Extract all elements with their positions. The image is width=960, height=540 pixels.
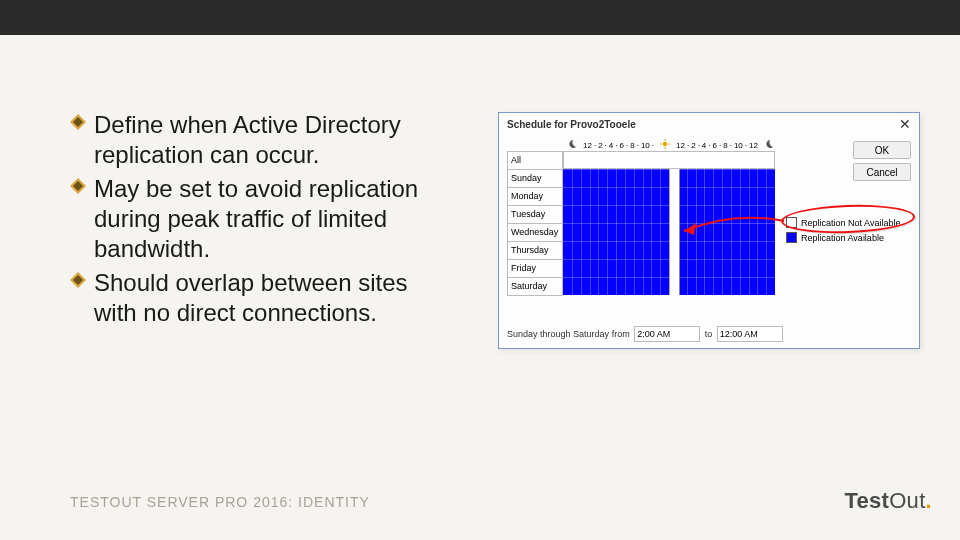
hour-tick: · (615, 141, 617, 150)
selection-caption: Sunday through Saturday from to (507, 326, 785, 342)
bullet-text: Should overlap between sites with no dir… (94, 269, 408, 326)
hour-tick: · (637, 141, 639, 150)
hour-tick: 8 (630, 141, 634, 150)
day-label[interactable]: Saturday (507, 277, 563, 296)
bullet-list: Define when Active Directory replication… (70, 110, 450, 332)
schedule-dialog: Schedule for Provo2Tooele ✕ OK Cancel Re… (498, 112, 920, 349)
hour-tick: · (605, 141, 607, 150)
schedule-grid: 12·2·4·6·8·10·12·2·4·6·8·10·12 AllSunday… (507, 139, 775, 296)
hour-tick: 2 (598, 141, 602, 150)
bullet-item: Should overlap between sites with no dir… (70, 268, 450, 328)
hour-tick: · (745, 141, 747, 150)
bullet-text: May be set to avoid replication during p… (94, 175, 418, 262)
bullet-item: May be set to avoid replication during p… (70, 174, 450, 264)
svg-point-6 (663, 142, 667, 146)
hour-tick: 8 (723, 141, 727, 150)
day-label[interactable]: Wednesday (507, 223, 563, 241)
hour-tick: 4 (702, 141, 706, 150)
day-axis: AllSundayMondayTuesdayWednesdayThursdayF… (507, 151, 563, 296)
time-to-input[interactable] (717, 326, 783, 342)
hour-axis: 12·2·4·6·8·10·12·2·4·6·8·10·12 (563, 139, 775, 151)
hour-tick: · (626, 141, 628, 150)
moon-icon (764, 139, 774, 151)
hour-tick: 6 (713, 141, 717, 150)
day-label[interactable]: All (507, 151, 563, 169)
hour-tick: 10 (641, 141, 650, 150)
footer-text: TESTOUT SERVER PRO 2016: IDENTITY (70, 494, 370, 510)
dialog-title: Schedule for Provo2Tooele (499, 113, 919, 133)
diamond-icon (70, 178, 86, 194)
hour-tick: 4 (609, 141, 613, 150)
hour-tick: 6 (620, 141, 624, 150)
hour-tick: · (719, 141, 721, 150)
sun-icon (660, 139, 670, 151)
day-label[interactable]: Sunday (507, 169, 563, 187)
day-label[interactable]: Thursday (507, 241, 563, 259)
day-label[interactable]: Tuesday (507, 205, 563, 223)
bullet-item: Define when Active Directory replication… (70, 110, 450, 170)
testout-logo: TestOut. (844, 488, 932, 514)
hour-tick: 12 (583, 141, 592, 150)
hour-tick: · (730, 141, 732, 150)
legend-av[interactable]: Replication Available (786, 232, 911, 243)
swatch-blue-icon (786, 232, 797, 243)
hour-tick: · (687, 141, 689, 150)
hour-tick: 10 (734, 141, 743, 150)
day-label[interactable]: Friday (507, 259, 563, 277)
diamond-icon (70, 114, 86, 130)
hour-tick: 12 (749, 141, 758, 150)
bullet-text: Define when Active Directory replication… (94, 111, 401, 168)
hour-tick: 12 (676, 141, 685, 150)
cancel-button[interactable]: Cancel (853, 163, 911, 181)
day-label[interactable]: Monday (507, 187, 563, 205)
grid-cells[interactable] (563, 151, 775, 295)
hour-tick: 2 (691, 141, 695, 150)
moon-icon (567, 139, 577, 151)
ok-button[interactable]: OK (853, 141, 911, 159)
close-icon[interactable]: ✕ (897, 117, 913, 133)
hour-tick: · (652, 141, 654, 150)
hour-tick: · (708, 141, 710, 150)
hour-tick: · (698, 141, 700, 150)
top-stripe (0, 0, 960, 35)
time-from-input[interactable] (634, 326, 700, 342)
diamond-icon (70, 272, 86, 288)
hour-tick: · (594, 141, 596, 150)
